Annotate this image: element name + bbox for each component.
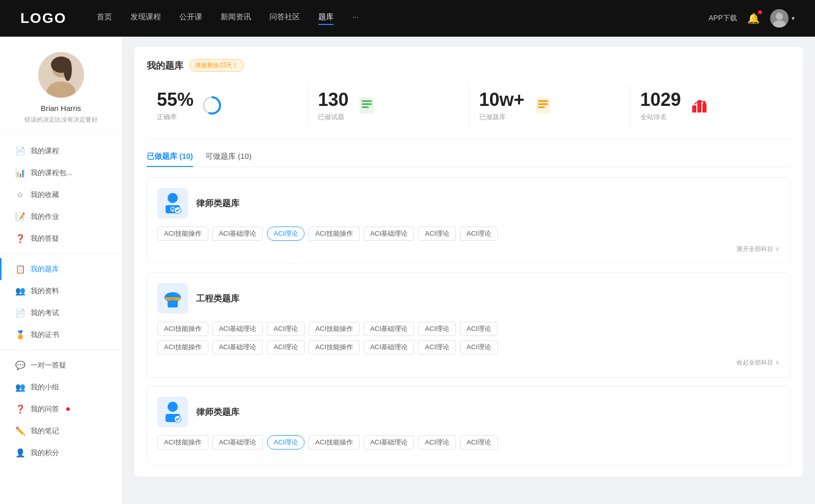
tag-item[interactable]: ACI技能操作 [309,435,360,450]
sidebar-label: 一对一答疑 [31,361,66,370]
tab-done[interactable]: 已做题库 (10) [147,152,193,166]
nav-news[interactable]: 新闻资讯 [221,12,251,25]
svg-rect-16 [538,103,548,105]
bank-name-0: 律师类题库 [196,198,239,209]
sidebar-label: 我的作业 [31,212,59,221]
nav-opencourse[interactable]: 公开课 [179,12,202,25]
sidebar-label: 我的资料 [31,287,59,296]
tag-item[interactable]: ACI基础理论 [364,340,415,354]
svg-point-32 [168,402,178,412]
nav-questionbank[interactable]: 题库 [318,12,334,25]
bank-section-2: 律师类题库 ACI技能操作 ACI基础理论 ACI理论 ACI技能操作 ACI基… [147,386,791,464]
sidebar-item-coursepackage[interactable]: 📊 我的课程包... [0,162,122,184]
sidebar-item-questionbank[interactable]: 📋 我的题库 [0,258,122,280]
tag-item[interactable]: ACI技能操作 [157,322,208,336]
bank-tags-2: ACI技能操作 ACI基础理论 ACI理论 ACI技能操作 ACI基础理论 AC… [157,435,780,450]
tag-item[interactable]: ACI基础理论 [212,227,263,241]
sidebar-item-materials[interactable]: 👥 我的资料 [0,280,122,302]
sidebar-item-myqa[interactable]: ❓ 我的答疑 [0,228,122,249]
tag-item[interactable]: ACI理论 [418,340,456,354]
banks-value-group: 10w+ 已做题库 [479,89,525,122]
svg-point-7 [64,59,72,81]
sidebar-label: 我的小组 [31,383,59,392]
tag-item[interactable]: ACI理论 [460,340,498,354]
main-header: LOGO 首页 发现课程 公开课 新闻资讯 问答社区 题库 ··· APP下载 … [0,0,815,37]
tag-item[interactable]: ACI基础理论 [212,322,263,336]
profile-section: Brian Harris 错误的决定比没有决定要好 [0,37,122,135]
sidebar-item-questions[interactable]: ❓ 我的问答 [0,398,122,420]
tag-item[interactable]: ACI理论 [460,435,498,450]
stats-row: 55% 正确率 130 已做试题 [147,84,791,139]
tag-item[interactable]: ACI理论 [418,227,456,241]
sidebar-item-certificate[interactable]: 🏅 我的证书 [0,324,122,346]
sidebar-menu: 📄 我的课程 📊 我的课程包... ☆ 我的收藏 📝 我的作业 ❓ 我的答疑 � [0,135,122,469]
ranking-icon [689,95,710,116]
sidebar-item-one-on-one[interactable]: 💬 一对一答疑 [0,354,122,376]
tag-item[interactable]: ACI理论 [267,322,305,336]
tabs: 已做题库 (10) 可做题库 (10) [147,152,791,167]
app-download-button[interactable]: APP下载 [709,14,737,23]
tab-available[interactable]: 可做题库 (10) [205,152,252,166]
tag-item[interactable]: ACI基础理论 [364,227,415,241]
tag-item[interactable]: ACI技能操作 [309,322,360,336]
nav-discover[interactable]: 发现课程 [130,12,161,25]
tag-item[interactable]: ACI技能操作 [157,340,208,354]
homework-icon: 📝 [15,212,24,221]
courses-icon: 📄 [15,146,24,156]
nav-more[interactable]: ··· [352,12,359,25]
tag-item[interactable]: ACI基础理论 [212,435,263,450]
stat-banks: 10w+ 已做题库 [469,84,630,127]
tag-item[interactable]: ACI技能操作 [309,340,360,354]
notification-bell[interactable]: 🔔 [747,12,760,24]
tag-item-active[interactable]: ACI理论 [267,435,305,450]
sidebar-item-notes[interactable]: ✏️ 我的笔记 [0,420,122,442]
questions-icon [357,95,377,116]
sidebar-label: 我的问答 [31,405,59,414]
notes-icon: ✏️ [15,426,24,436]
tag-item[interactable]: ACI基础理论 [364,322,415,336]
sidebar-label: 我的课程 [31,147,59,156]
svg-rect-18 [692,105,696,113]
tag-item[interactable]: ACI技能操作 [157,227,208,241]
expand-link-0[interactable]: 展开全部科目 ∨ [157,245,780,254]
sidebar-label: 我的证书 [31,330,59,340]
svg-rect-10 [360,97,374,114]
tag-item[interactable]: ACI理论 [460,227,498,241]
sidebar-item-exams[interactable]: 📄 我的考试 [0,302,122,324]
bank-name-1: 工程类题库 [196,293,239,304]
tag-item-active[interactable]: ACI理论 [267,227,305,241]
tag-item[interactable]: ACI技能操作 [157,435,208,450]
bank-icon-2 [157,397,188,427]
tag-item[interactable]: ACI理论 [418,322,456,336]
profile-motto: 错误的决定比没有决定要好 [24,116,98,124]
sidebar-item-courses[interactable]: 📄 我的课程 [0,140,122,162]
tag-item[interactable]: ACI技能操作 [309,227,360,241]
tag-item[interactable]: ACI理论 [460,322,498,336]
svg-rect-31 [166,297,180,299]
certificate-icon: 🏅 [15,330,24,340]
questions-label: 已做试题 [318,113,348,122]
nav-home[interactable]: 首页 [97,12,112,25]
svg-rect-20 [702,103,707,113]
questionbank-icon: 📋 [15,264,24,274]
svg-rect-15 [538,100,548,102]
tag-item[interactable]: ACI理论 [418,435,456,450]
tag-item[interactable]: ACI基础理论 [212,340,263,354]
svg-rect-29 [168,300,178,307]
page-header: 我的题库 体验剩余23天！ [147,59,791,72]
favorites-icon: ☆ [15,190,24,200]
points-icon: 👤 [15,448,24,458]
sidebar-item-points[interactable]: 👤 我的积分 [0,442,122,464]
tag-item[interactable]: ACI基础理论 [364,435,415,450]
sidebar-item-groups[interactable]: 👥 我的小组 [0,376,122,398]
bank-header-1: 工程类题库 [157,283,780,314]
sidebar-item-favorites[interactable]: ☆ 我的收藏 [0,184,122,206]
expand-link-1[interactable]: 收起全部科目 ∧ [157,358,780,367]
sidebar-item-homework[interactable]: 📝 我的作业 [0,206,122,228]
page-title: 我的题库 [147,60,183,72]
nav-qa[interactable]: 问答社区 [269,12,300,25]
profile-avatar [38,52,84,98]
user-avatar-menu[interactable]: ▾ [770,9,795,27]
tag-item[interactable]: ACI理论 [267,340,305,354]
stat-accuracy: 55% 正确率 [147,84,308,127]
